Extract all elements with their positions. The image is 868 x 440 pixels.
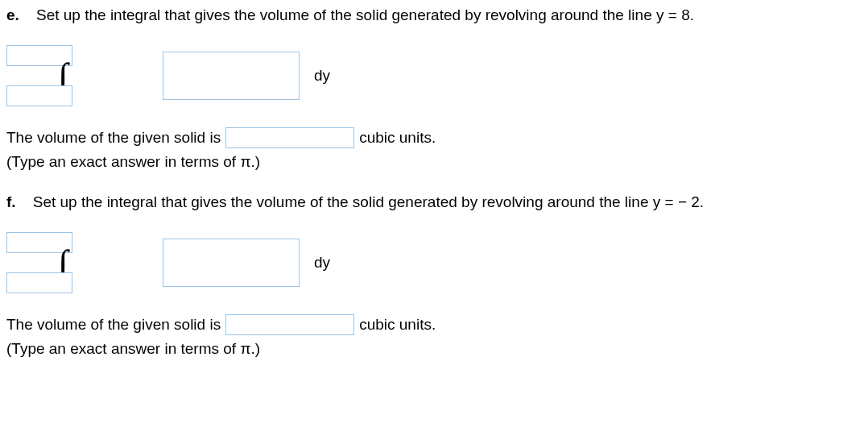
integral-bounds-group-e: ∫ [6,45,151,106]
volume-answer-input-f[interactable] [225,314,354,335]
question-part-e: e. Set up the integral that gives the vo… [6,6,862,171]
dy-label-e: dy [314,67,330,85]
integral-bounds-group-f: ∫ [6,232,151,293]
part-label-e: e. [6,6,19,23]
answer-suffix-e: cubic units. [359,129,436,147]
integral-setup-e: ∫ dy [6,45,862,106]
question-part-f: f. Set up the integral that gives the vo… [6,193,862,358]
question-text-e: Set up the integral that gives the volum… [36,6,694,23]
hint-text-f: (Type an exact answer in terms of π.) [6,340,862,358]
part-label-f: f. [6,193,16,210]
question-prompt-e: e. Set up the integral that gives the vo… [6,6,862,24]
answer-suffix-f: cubic units. [359,316,436,334]
lower-bound-input-f[interactable] [6,272,72,293]
answer-line-f: The volume of the given solid is cubic u… [6,314,862,335]
hint-text-e: (Type an exact answer in terms of π.) [6,153,862,171]
answer-prefix-e: The volume of the given solid is [6,129,221,147]
integrand-input-e[interactable] [163,52,300,100]
lower-bound-input-e[interactable] [6,85,72,106]
dy-label-f: dy [314,254,330,272]
question-text-f: Set up the integral that gives the volum… [33,193,704,210]
question-prompt-f: f. Set up the integral that gives the vo… [6,193,862,211]
volume-answer-input-e[interactable] [225,127,354,148]
answer-line-e: The volume of the given solid is cubic u… [6,127,862,148]
integral-setup-f: ∫ dy [6,232,862,293]
integrand-input-f[interactable] [163,239,300,287]
answer-prefix-f: The volume of the given solid is [6,316,221,334]
